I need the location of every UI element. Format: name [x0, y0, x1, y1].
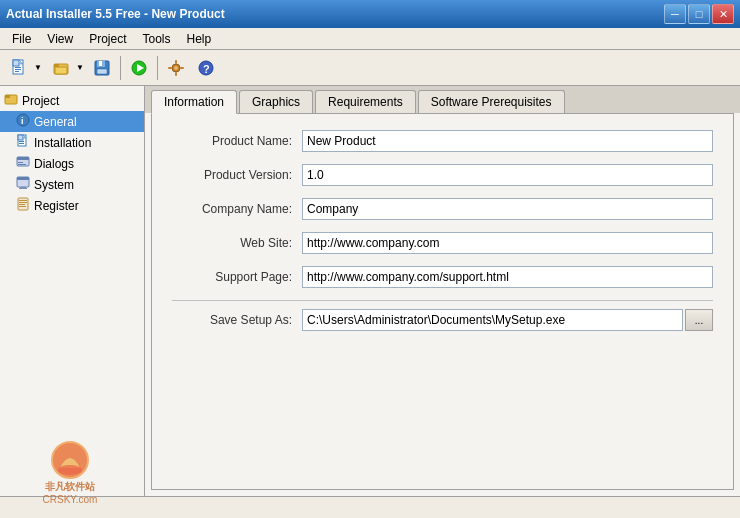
menu-project[interactable]: Project — [81, 30, 134, 48]
svg-rect-40 — [19, 202, 27, 203]
product-version-label: Product Version: — [172, 168, 302, 182]
svg-rect-1 — [13, 60, 19, 66]
main-content: Project i General Installati — [0, 86, 740, 496]
product-name-row: Product Name: — [172, 130, 713, 152]
open-button-group[interactable]: ▼ — [46, 53, 86, 83]
save-setup-label: Save Setup As: — [172, 313, 302, 327]
tree-item-dialogs[interactable]: Dialogs — [0, 153, 144, 174]
svg-text:i: i — [21, 116, 24, 126]
project-label: Project — [22, 94, 59, 108]
form-panel: Product Name: Product Version: Company N… — [151, 113, 734, 490]
tree-item-system[interactable]: System — [0, 174, 144, 195]
svg-rect-31 — [17, 157, 29, 160]
web-site-label: Web Site: — [172, 236, 302, 250]
svg-point-45 — [58, 465, 82, 475]
tree-item-general[interactable]: i General — [0, 111, 144, 132]
menu-tools[interactable]: Tools — [135, 30, 179, 48]
tab-software-prerequisites[interactable]: Software Prerequisites — [418, 90, 565, 113]
watermark: 非凡软件站 CRSKY.com — [10, 440, 130, 490]
run-button[interactable] — [125, 54, 153, 82]
menu-view[interactable]: View — [39, 30, 81, 48]
installation-icon — [16, 134, 30, 151]
svg-rect-11 — [97, 69, 107, 74]
product-name-label: Product Name: — [172, 134, 302, 148]
svg-rect-23 — [5, 95, 10, 98]
svg-rect-27 — [18, 135, 23, 140]
maximize-button[interactable]: □ — [688, 4, 710, 24]
window-title: Actual Installer 5.5 Free - New Product — [6, 7, 225, 21]
tab-bar: Information Graphics Requirements Softwa… — [145, 86, 740, 113]
svg-rect-17 — [175, 72, 177, 76]
menu-help[interactable]: Help — [179, 30, 220, 48]
open-button[interactable] — [47, 54, 75, 82]
svg-rect-28 — [19, 141, 24, 142]
watermark-url: CRSKY.com — [43, 494, 98, 505]
project-icon — [4, 92, 18, 109]
svg-rect-4 — [15, 71, 19, 72]
close-button[interactable]: ✕ — [712, 4, 734, 24]
save-setup-row: Save Setup As: ... — [172, 309, 713, 331]
web-site-input[interactable] — [302, 232, 713, 254]
tree-item-register[interactable]: Register — [0, 195, 144, 216]
watermark-site: 非凡软件站 — [45, 480, 95, 494]
svg-rect-37 — [19, 188, 27, 189]
svg-rect-2 — [15, 67, 21, 68]
register-label: Register — [34, 199, 79, 213]
svg-rect-33 — [18, 164, 26, 165]
dialogs-label: Dialogs — [34, 157, 74, 171]
sidebar: Project i General Installati — [0, 86, 145, 496]
new-arrow-icon[interactable]: ▼ — [33, 54, 43, 82]
tree-item-installation[interactable]: Installation — [0, 132, 144, 153]
svg-rect-18 — [168, 67, 172, 69]
new-button[interactable] — [5, 54, 33, 82]
svg-rect-42 — [19, 206, 26, 207]
svg-rect-35 — [17, 177, 29, 180]
tree-item-project[interactable]: Project — [0, 90, 144, 111]
new-button-group[interactable]: ▼ — [4, 53, 44, 83]
browse-button[interactable]: ... — [685, 309, 713, 331]
title-bar: Actual Installer 5.5 Free - New Product … — [0, 0, 740, 28]
svg-rect-16 — [175, 60, 177, 64]
svg-rect-32 — [18, 162, 23, 163]
tab-graphics[interactable]: Graphics — [239, 90, 313, 113]
minimize-button[interactable]: ─ — [664, 4, 686, 24]
installation-label: Installation — [34, 136, 91, 150]
company-name-label: Company Name: — [172, 202, 302, 216]
tab-information[interactable]: Information — [151, 90, 237, 114]
svg-rect-41 — [19, 204, 25, 205]
menu-bar: File View Project Tools Help — [0, 28, 740, 50]
support-page-label: Support Page: — [172, 270, 302, 284]
svg-rect-3 — [15, 69, 21, 70]
status-bar — [0, 496, 740, 518]
svg-rect-29 — [19, 143, 24, 144]
product-version-input[interactable] — [302, 164, 713, 186]
product-version-row: Product Version: — [172, 164, 713, 186]
svg-rect-7 — [55, 67, 67, 74]
open-arrow-icon[interactable]: ▼ — [75, 54, 85, 82]
support-page-input[interactable] — [302, 266, 713, 288]
toolbar: ▼ ▼ — [0, 50, 740, 86]
build-button[interactable] — [162, 54, 190, 82]
company-name-input[interactable] — [302, 198, 713, 220]
company-name-row: Company Name: — [172, 198, 713, 220]
form-divider — [172, 300, 713, 301]
svg-text:?: ? — [203, 63, 210, 75]
save-button[interactable] — [88, 54, 116, 82]
system-icon — [16, 176, 30, 193]
menu-file[interactable]: File — [4, 30, 39, 48]
general-label: General — [34, 115, 77, 129]
system-label: System — [34, 178, 74, 192]
web-site-row: Web Site: — [172, 232, 713, 254]
register-icon — [16, 197, 30, 214]
save-setup-input[interactable] — [302, 309, 683, 331]
svg-point-15 — [174, 66, 178, 70]
svg-rect-19 — [180, 67, 184, 69]
svg-rect-39 — [19, 200, 27, 201]
product-name-input[interactable] — [302, 130, 713, 152]
svg-rect-10 — [99, 61, 102, 66]
general-icon: i — [16, 113, 30, 130]
support-page-row: Support Page: — [172, 266, 713, 288]
tab-requirements[interactable]: Requirements — [315, 90, 416, 113]
help-button[interactable]: ? — [192, 54, 220, 82]
dialogs-icon — [16, 155, 30, 172]
